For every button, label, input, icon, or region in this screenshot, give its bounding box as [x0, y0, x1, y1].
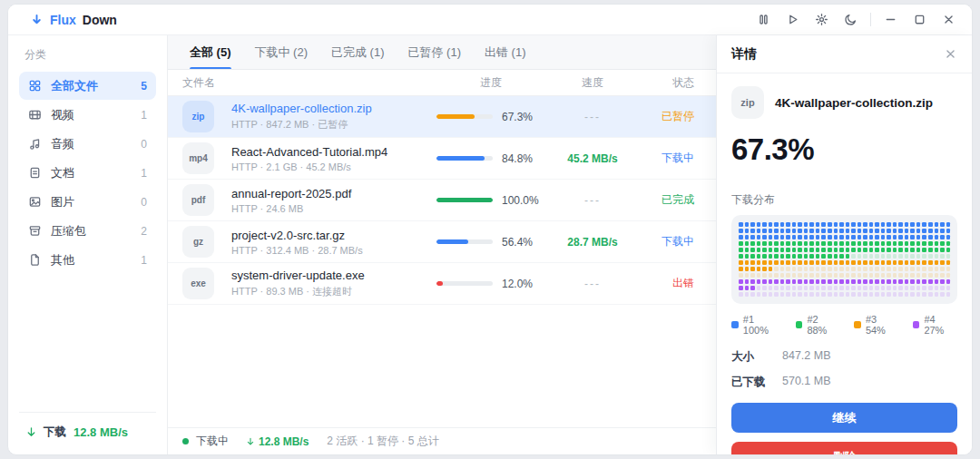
- distribution-cell: [893, 235, 897, 239]
- distribution-cell: [881, 286, 886, 290]
- distribution-cell: [940, 260, 945, 265]
- distribution-cell: [780, 222, 785, 227]
- distribution-cell: [935, 292, 939, 297]
- delete-button[interactable]: 删除: [731, 442, 957, 455]
- progress-fill: [436, 114, 475, 119]
- distribution-cell: [858, 286, 862, 290]
- status-label: 下载中: [640, 234, 694, 249]
- distribution-cell: [869, 229, 874, 233]
- info-label: 大小: [731, 349, 782, 365]
- distribution-cell: [916, 286, 921, 290]
- distribution-cell: [928, 229, 933, 233]
- distribution-cell: [916, 267, 921, 271]
- distribution-cell: [922, 292, 926, 297]
- distribution-cell: [792, 279, 797, 284]
- progress-fill: [436, 239, 468, 244]
- distribution-cell: [780, 292, 785, 297]
- play-icon[interactable]: [786, 13, 799, 26]
- distribution-cell: [821, 241, 826, 246]
- close-icon[interactable]: [942, 13, 956, 26]
- window-controls: [884, 13, 956, 26]
- distribution-cell: [750, 279, 755, 284]
- sidebar-footer: 下载 12.8 MB/s: [19, 412, 156, 442]
- distribution-cell: [750, 222, 755, 227]
- sidebar-item-文档[interactable]: 文档1: [19, 159, 156, 187]
- distribution-cell: [792, 292, 797, 297]
- sidebar-item-音频[interactable]: 音频0: [19, 130, 156, 158]
- distribution-cell: [887, 267, 891, 271]
- distribution-cell: [851, 286, 856, 290]
- table-row[interactable]: pdfannual-report-2025.pdfHTTP · 24.6 MB1…: [168, 180, 716, 221]
- sidebar-item-图片[interactable]: 图片0: [19, 188, 156, 216]
- column-header-status: 状态: [640, 75, 694, 91]
- file-name-cell: project-v2.0-src.tar.gzHTTP · 312.4 MB ·…: [231, 229, 427, 256]
- distribution-cell: [846, 260, 850, 265]
- distribution-cell: [922, 273, 926, 278]
- tab-出错[interactable]: 出错 (1): [485, 35, 526, 69]
- distribution-cell: [798, 222, 802, 227]
- thread-legend: #1 100%#2 88%#3 54%#4 27%: [731, 314, 957, 336]
- title-bar: Flux Down: [8, 5, 972, 35]
- distribution-cell: [828, 292, 832, 297]
- sidebar-item-视频[interactable]: 视频1: [19, 101, 156, 129]
- distribution-cell: [798, 279, 802, 284]
- theme-moon-icon[interactable]: [844, 13, 858, 26]
- sidebar-item-其他[interactable]: 其他1: [19, 246, 156, 274]
- distribution-cell: [881, 273, 886, 278]
- distribution-cell: [916, 241, 921, 246]
- distribution-cell: [757, 273, 761, 278]
- tab-已完成[interactable]: 已完成 (1): [331, 35, 385, 69]
- minimize-icon[interactable]: [884, 13, 897, 26]
- distribution-cell: [821, 279, 826, 284]
- distribution-cell: [863, 229, 867, 233]
- distribution-cell: [809, 248, 814, 252]
- distribution-cell: [946, 273, 951, 278]
- sidebar-item-全部文件[interactable]: 全部文件5: [19, 72, 156, 100]
- distribution-cell: [905, 279, 909, 284]
- table-row[interactable]: exesystem-driver-update.exeHTTP · 89.3 M…: [168, 263, 716, 305]
- distribution-cell: [821, 235, 826, 239]
- distribution-cell: [893, 273, 897, 278]
- close-icon[interactable]: [944, 47, 957, 61]
- distribution-cell: [769, 222, 773, 227]
- table-row[interactable]: zip4K-wallpaper-collection.zipHTTP · 847…: [168, 96, 716, 138]
- distribution-cell: [750, 286, 755, 290]
- distribution-cell: [935, 254, 939, 259]
- app-title-flux: Flux: [50, 13, 76, 27]
- distribution-cell: [935, 273, 939, 278]
- distribution-cell: [750, 241, 755, 246]
- legend-label: #2 88%: [807, 314, 840, 336]
- distribution-cell: [739, 235, 743, 239]
- distribution-cell: [757, 235, 761, 239]
- distribution-cell: [846, 292, 850, 297]
- distribution-cell: [774, 229, 779, 233]
- legend-label: #3 54%: [866, 314, 899, 336]
- distribution-cell: [887, 292, 891, 297]
- distribution-cell: [816, 241, 820, 246]
- distribution-cell: [769, 241, 773, 246]
- distribution-cell: [863, 292, 867, 297]
- distribution-cell: [893, 279, 897, 284]
- distribution-cell: [757, 241, 761, 246]
- distribution-cell: [839, 273, 844, 278]
- tab-已暂停[interactable]: 已暂停 (1): [408, 35, 462, 69]
- resume-button[interactable]: 继续: [731, 403, 957, 433]
- detail-file-type-badge: zip: [731, 86, 764, 119]
- tab-下载中[interactable]: 下载中 (2): [255, 35, 309, 69]
- distribution-cell: [798, 254, 802, 259]
- distribution-cell: [928, 254, 933, 259]
- distribution-cell: [922, 286, 926, 290]
- maximize-icon[interactable]: [913, 13, 926, 26]
- content-area: 分类 全部文件5视频1音频0文档1图片0压缩包2其他1 下载 12.8 MB/s…: [8, 35, 972, 454]
- sidebar-item-压缩包[interactable]: 压缩包2: [19, 217, 156, 245]
- distribution-cell: [946, 254, 951, 259]
- download-arrow-icon: [30, 13, 44, 26]
- settings-icon[interactable]: [815, 13, 828, 26]
- pause-icon[interactable]: [757, 13, 770, 26]
- table-row[interactable]: gzproject-v2.0-src.tar.gzHTTP · 312.4 MB…: [168, 221, 716, 263]
- tab-全部[interactable]: 全部 (5): [190, 35, 231, 69]
- distribution-cell: [905, 235, 909, 239]
- progress-bar: [436, 156, 493, 161]
- distribution-cell: [910, 279, 915, 284]
- table-row[interactable]: mp4React-Advanced-Tutorial.mp4HTTP · 2.1…: [168, 138, 716, 180]
